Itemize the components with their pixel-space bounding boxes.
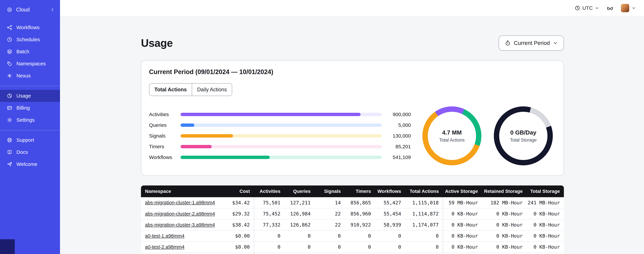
- tab-daily-actions[interactable]: Daily Actions: [192, 84, 232, 96]
- sidebar-item-schedules[interactable]: Schedules: [0, 34, 60, 46]
- namespace-link[interactable]: abs-migration-cluster-2.a98mm4: [145, 211, 215, 216]
- bar-fill: [180, 134, 233, 138]
- signals-cell: 0: [314, 230, 345, 242]
- signals-cell: 0: [314, 242, 345, 252]
- namespace-cell: bk-worker-test.a98mm4: [141, 252, 222, 254]
- total-actions-donut: 4.7 MM Total Actions: [422, 106, 482, 165]
- clock-icon: [574, 5, 580, 11]
- bar-row-timers: Timers 85,201: [149, 141, 411, 152]
- sidebar-item-billing[interactable]: Billing: [0, 102, 60, 114]
- bar-track: [180, 134, 382, 138]
- donut-center: 0 GB/Day Total Storage: [499, 112, 548, 160]
- namespace-link[interactable]: abs-migration-cluster-3.a98mm4: [145, 222, 215, 228]
- active-storage-cell: 0 KB-Hour: [443, 230, 482, 242]
- activities-cell: 0: [254, 242, 284, 252]
- total-actions-cell: 1,115,018: [405, 197, 443, 208]
- donut-center-value: 4.7 MM: [442, 129, 462, 136]
- docs-book-icon: [7, 149, 12, 155]
- sidebar-header: Cloud: [0, 0, 60, 20]
- active-storage-cell: 59 MB-Hour: [443, 197, 482, 208]
- active-storage-cell: 0 KB-Hour: [443, 242, 482, 252]
- period-selector-label: Current Period: [514, 40, 550, 46]
- sidebar-item-nexus[interactable]: Nexus: [0, 70, 60, 82]
- namespace-link[interactable]: abs-migration-cluster-1.a98mm4: [145, 200, 215, 205]
- workflows-cell: 55,454: [375, 208, 405, 219]
- total-actions-cell: 0: [405, 230, 443, 242]
- sidebar-item-label: Docs: [16, 149, 28, 155]
- glasses-button[interactable]: [606, 4, 614, 12]
- timers-cell: 0: [345, 230, 375, 242]
- activities-cell: 0: [254, 230, 284, 242]
- support-lifebuoy-icon: [7, 137, 12, 143]
- sidebar-item-support[interactable]: Support: [0, 134, 60, 146]
- temporal-cloud-logo-icon: [7, 7, 12, 12]
- timers-cell: 910,922: [345, 219, 375, 230]
- active-storage-cell: 0 KB-Hour: [443, 219, 482, 230]
- namespace-link[interactable]: a0-test-2.a98mm4: [145, 244, 184, 250]
- main-area: Usage Current Period Current Period (09/…: [60, 17, 644, 254]
- workflows-cell: 1: [375, 252, 405, 254]
- sidebar-item-batch[interactable]: Batch: [0, 46, 60, 58]
- signals-cell: 0: [314, 252, 345, 254]
- total-storage-cell: 241 MB-Hour: [527, 197, 564, 208]
- sidebar-collapse-button[interactable]: [50, 7, 55, 12]
- donut-center: 4.7 MM Total Actions: [428, 112, 476, 160]
- bar-track: [180, 156, 382, 159]
- signals-cell: 22: [314, 219, 345, 230]
- activities-cell: 0: [254, 252, 284, 254]
- chevron-down-icon: [553, 40, 558, 46]
- batch-icon: [7, 49, 12, 54]
- bar-value: 130,000: [382, 133, 411, 139]
- sidebar-item-docs[interactable]: Docs: [0, 146, 60, 158]
- billing-icon: [7, 105, 12, 111]
- sidebar-item-welcome[interactable]: Welcome: [0, 158, 60, 170]
- namespace-link[interactable]: a0-test-1.a98mm4: [145, 233, 184, 238]
- table-row: abs-migration-cluster-2.a98mm4 $29.32 75…: [141, 208, 564, 219]
- namespace-cell: a0-test-2.a98mm4: [141, 242, 222, 252]
- timers-cell: 856,960: [345, 208, 375, 219]
- timezone-selector[interactable]: UTC: [574, 5, 599, 11]
- page-header: Usage Current Period: [141, 36, 564, 50]
- timers-cell: 0: [345, 252, 375, 254]
- activities-cell: 77,332: [254, 219, 284, 230]
- sidebar-item-label: Support: [16, 137, 34, 143]
- timers-cell: 856,865: [345, 197, 375, 208]
- tab-total-actions[interactable]: Total Actions: [149, 84, 192, 96]
- bar-value: 541,109: [382, 154, 411, 160]
- table-row: abs-migration-cluster-1.a98mm4 $34.42 75…: [141, 197, 564, 208]
- queries-cell: 127,211: [284, 197, 314, 208]
- glasses-icon: [606, 4, 614, 12]
- retained-storage-cell: 182 MB-Hour: [482, 197, 527, 208]
- bar-row-signals: Signals 130,000: [149, 130, 411, 141]
- chevron-down-icon: [595, 6, 599, 10]
- queries-cell: 0: [284, 252, 314, 254]
- user-avatar: [621, 4, 629, 12]
- column-header-total-actions: Total Actions: [405, 186, 443, 197]
- cost-cell: $29.32: [222, 208, 254, 219]
- user-menu[interactable]: [621, 4, 636, 12]
- column-header-timers: Timers: [345, 186, 375, 197]
- actions-tab-group: Total Actions Daily Actions: [149, 83, 232, 96]
- workflows-cell: 58,939: [375, 219, 405, 230]
- namespace-cell: abs-migration-cluster-3.a98mm4: [141, 219, 222, 230]
- donut-center-label: Total Actions: [439, 138, 465, 143]
- namespaces-icon: [7, 61, 12, 66]
- retained-storage-cell: 0 KB-Hour: [482, 242, 527, 252]
- sidebar: Cloud Workflows Schedules Batch Namespac…: [0, 0, 60, 254]
- signals-cell: 14: [314, 197, 345, 208]
- sidebar-item-label: Batch: [16, 49, 29, 54]
- sidebar-item-namespaces[interactable]: Namespaces: [0, 58, 60, 70]
- sidebar-item-label: Workflows: [16, 25, 40, 30]
- sidebar-item-workflows[interactable]: Workflows: [0, 22, 60, 34]
- total-storage-cell: 0 KB-Hour: [527, 252, 564, 254]
- bar-fill: [180, 113, 360, 116]
- column-header-namespace: Namespace: [141, 186, 222, 197]
- table-row: bk-worker-test.a98mm4 $0.00 0 0 0 0 1 1 …: [141, 252, 564, 254]
- timers-cell: 0: [345, 242, 375, 252]
- settings-gear-icon: [7, 117, 12, 123]
- usage-icon: [7, 93, 12, 99]
- sidebar-item-settings[interactable]: Settings: [0, 114, 60, 126]
- total-actions-cell: 1,174,077: [405, 219, 443, 230]
- period-selector-button[interactable]: Current Period: [499, 36, 564, 50]
- sidebar-item-usage[interactable]: Usage: [0, 90, 60, 102]
